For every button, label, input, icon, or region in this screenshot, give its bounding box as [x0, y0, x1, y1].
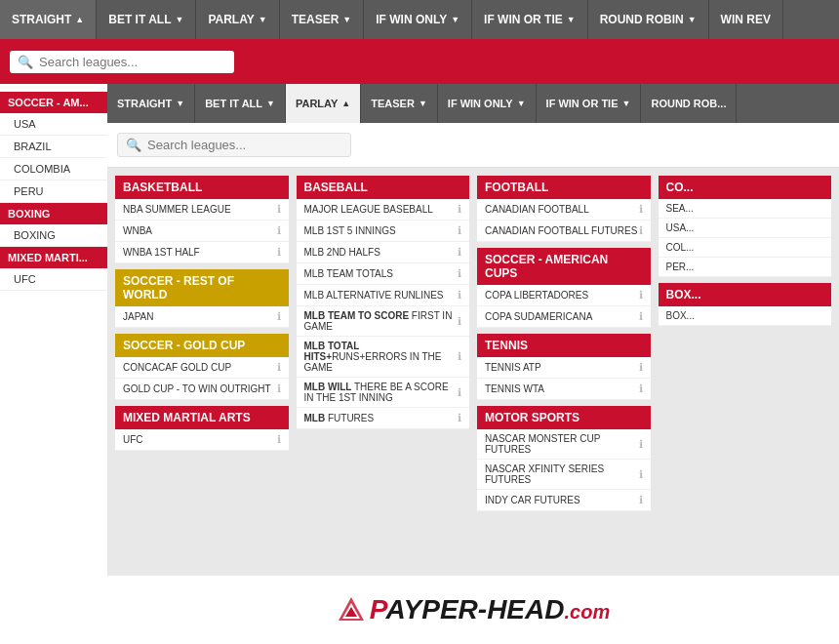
info-icon: ℹ: [639, 494, 643, 506]
overlay-col-2: BASEBALL MAJOR LEAGUE BASEBALL ℹ MLB 1ST…: [293, 172, 474, 521]
nav-parlay[interactable]: PARLAY ▼: [196, 0, 279, 39]
list-item[interactable]: WNBA ℹ: [115, 221, 289, 242]
list-item[interactable]: CANADIAN FOOTBALL ℹ: [477, 199, 651, 221]
sidebar-item-usa[interactable]: USA: [0, 113, 117, 136]
list-item[interactable]: MLB 1ST 5 INNINGS ℹ: [297, 221, 470, 242]
sidebar-section-boxing: BOXING: [0, 203, 117, 224]
list-item[interactable]: CANADIAN FOOTBALL FUTURES ℹ: [477, 221, 651, 242]
info-icon: ℹ: [458, 267, 461, 280]
nav-parlay-label: PARLAY: [208, 13, 254, 26]
list-item[interactable]: MLB FUTURES ℹ: [297, 408, 470, 429]
category-baseball-overlay: BASEBALL: [297, 176, 470, 199]
list-item[interactable]: MLB WILL THERE BE A SCORE IN THE 1ST INN…: [297, 378, 470, 408]
info-icon: ℹ: [639, 310, 643, 323]
nav-if-win-only[interactable]: IF WIN ONLY ▼: [364, 0, 472, 39]
overlay-nav-round-robin[interactable]: ROUND ROB...: [641, 84, 737, 123]
search-input-outer[interactable]: [39, 55, 226, 69]
sidebar-item-ufc[interactable]: UFC: [0, 268, 117, 291]
list-item[interactable]: MAJOR LEAGUE BASEBALL ℹ: [297, 199, 470, 221]
list-item[interactable]: PER...: [659, 258, 832, 277]
tennis-list: TENNIS ATP ℹ TENNIS WTA ℹ: [477, 357, 651, 400]
nav-teaser[interactable]: TEASER ▼: [280, 0, 365, 39]
nav-win-rev[interactable]: WIN REV: [709, 0, 783, 39]
top-nav-bar: STRAIGHT ▲ BET IT ALL ▼ PARLAY ▼ TEASER …: [0, 0, 839, 39]
nav-win-rev-label: WIN REV: [721, 13, 771, 26]
chevron-icon: ▲: [341, 99, 350, 108]
chevron-icon: ▼: [342, 15, 351, 24]
info-icon: ℹ: [458, 224, 461, 237]
sidebar-item-brazil[interactable]: BRAZIL: [0, 136, 117, 158]
football-list-overlay: CANADIAN FOOTBALL ℹ CANADIAN FOOTBALL FU…: [477, 199, 651, 242]
list-item[interactable]: COPA SUDAMERICANA ℹ: [477, 306, 651, 328]
info-icon: ℹ: [639, 382, 643, 395]
chevron-icon: ▼: [622, 99, 631, 108]
list-item[interactable]: COL...: [659, 238, 832, 258]
category-mma: MIXED MARTIAL ARTS: [115, 406, 289, 429]
nav-if-win-or-tie-label: IF WIN OR TIE: [484, 13, 563, 26]
list-item[interactable]: NASCAR XFINITY SERIES FUTURES ℹ: [477, 460, 651, 490]
main-content: SOCCER - AM... USA BRAZIL COLOMBIA PERU …: [0, 84, 839, 644]
list-item[interactable]: MLB TOTAL HITS+RUNS+ERRORS IN THE GAME ℹ: [297, 337, 470, 378]
overlay-nav-bet-it-all-label: BET IT ALL: [205, 98, 262, 109]
list-item[interactable]: INDY CAR FUTURES ℹ: [477, 490, 651, 511]
list-item[interactable]: CONCACAF GOLD CUP ℹ: [115, 357, 289, 379]
list-item[interactable]: WNBA 1ST HALF ℹ: [115, 242, 289, 263]
list-item[interactable]: UFC ℹ: [115, 429, 289, 451]
list-item[interactable]: MLB TEAM TO SCORE FIRST IN GAME ℹ: [297, 306, 470, 337]
list-item[interactable]: NBA SUMMER LEAGUE ℹ: [115, 199, 289, 221]
logo-p: P: [370, 594, 386, 624]
category-football-overlay: FOOTBALL: [477, 176, 651, 199]
info-icon: ℹ: [458, 315, 461, 328]
list-item[interactable]: MLB 2ND HALFS ℹ: [297, 242, 470, 263]
list-item[interactable]: COPA LIBERTADORES ℹ: [477, 285, 651, 306]
info-icon: ℹ: [639, 203, 643, 216]
search-icon: 🔍: [18, 55, 33, 69]
category-boxing-overlay: BOX...: [659, 283, 832, 306]
overlay-col-1: BASKETBALL NBA SUMMER LEAGUE ℹ WNBA ℹ WN…: [111, 172, 293, 521]
nav-bet-it-all[interactable]: BET IT ALL ▼: [97, 0, 196, 39]
sidebar-item-colombia[interactable]: COLOMBIA: [0, 158, 117, 181]
list-item[interactable]: USA...: [659, 219, 832, 238]
sidebar-item-peru[interactable]: PERU: [0, 181, 117, 203]
chevron-icon: ▼: [517, 99, 526, 108]
chevron-icon: ▲: [75, 15, 84, 24]
overlay-nav-bet-it-all[interactable]: BET IT ALL ▼: [195, 84, 286, 123]
list-item[interactable]: JAPAN ℹ: [115, 306, 289, 328]
nav-if-win-or-tie[interactable]: IF WIN OR TIE ▼: [472, 0, 588, 39]
list-item[interactable]: NASCAR MONSTER CUP FUTURES ℹ: [477, 429, 651, 460]
overlay-nav-parlay[interactable]: PARLAY ▲: [286, 84, 361, 123]
chevron-icon: ▼: [176, 99, 184, 108]
nav-round-robin-label: ROUND ROBIN: [600, 13, 684, 26]
list-item[interactable]: SEA...: [659, 199, 832, 219]
boxing-list-overlay: BOX...: [659, 306, 832, 326]
motor-sports-list: NASCAR MONSTER CUP FUTURES ℹ NASCAR XFIN…: [477, 429, 651, 511]
soccer-gold-cup-list: CONCACAF GOLD CUP ℹ GOLD CUP - TO WIN OU…: [115, 357, 289, 400]
info-icon: ℹ: [277, 246, 281, 259]
info-icon: ℹ: [639, 224, 643, 237]
overlay-nav-if-win-only[interactable]: IF WIN ONLY ▼: [438, 84, 537, 123]
overlay-nav-if-win-or-tie[interactable]: IF WIN OR TIE ▼: [537, 84, 642, 123]
list-item[interactable]: GOLD CUP - TO WIN OUTRIGHT ℹ: [115, 379, 289, 400]
list-item[interactable]: MLB TEAM TOTALS ℹ: [297, 263, 470, 285]
info-icon: ℹ: [458, 350, 461, 363]
info-icon: ℹ: [639, 361, 643, 374]
list-item[interactable]: BOX...: [659, 306, 832, 326]
overlay-nav-straight[interactable]: STRAIGHT ▼: [107, 84, 195, 123]
overlay-col-3: FOOTBALL CANADIAN FOOTBALL ℹ CANADIAN FO…: [473, 172, 655, 521]
sidebar-item-boxing[interactable]: BOXING: [0, 224, 117, 247]
overlay-search-input[interactable]: [147, 138, 342, 152]
list-item[interactable]: TENNIS WTA ℹ: [477, 379, 651, 400]
overlay-col-4: CO... SEA... USA... COL... PER... BOX...…: [655, 172, 836, 521]
chevron-icon: ▼: [259, 15, 267, 24]
nav-straight[interactable]: STRAIGHT ▲: [0, 0, 97, 39]
overlay-nav-teaser[interactable]: TEASER ▼: [361, 84, 438, 123]
search-bar-outer: 🔍: [0, 39, 839, 84]
nav-round-robin[interactable]: ROUND ROBIN ▼: [588, 0, 709, 39]
logo-bar: PAYPER-HEAD.com: [107, 576, 839, 644]
category-college-football-overlay: CO...: [659, 176, 832, 199]
basketball-list-overlay: NBA SUMMER LEAGUE ℹ WNBA ℹ WNBA 1ST HALF…: [115, 199, 289, 263]
info-icon: ℹ: [277, 310, 281, 323]
list-item[interactable]: TENNIS ATP ℹ: [477, 357, 651, 379]
list-item[interactable]: MLB ALTERNATIVE RUNLINES ℹ: [297, 285, 470, 306]
sidebar: SOCCER - AM... USA BRAZIL COLOMBIA PERU …: [0, 84, 117, 644]
